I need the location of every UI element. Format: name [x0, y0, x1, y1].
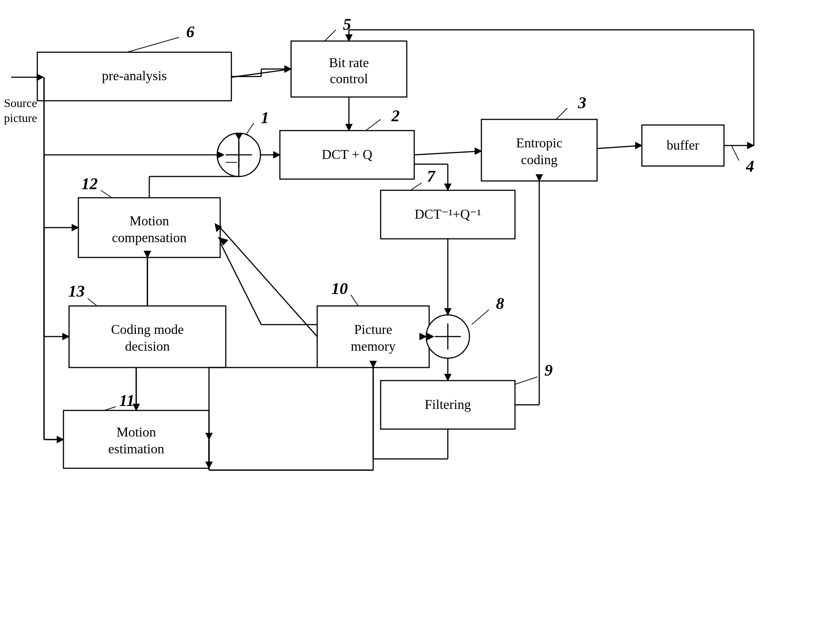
number-5: 5	[343, 15, 351, 34]
motion-est-label-2: estimation	[108, 442, 164, 456]
number-4: 4	[746, 157, 754, 175]
motion-comp-label-2: compensation	[112, 230, 187, 245]
source-picture-label-2: picture	[4, 111, 37, 125]
entropic-label-2: coding	[521, 152, 557, 167]
number-12: 12	[81, 175, 98, 193]
source-picture-label: Source	[4, 96, 37, 110]
entropic-label-1: Entropic	[516, 135, 562, 150]
number-10: 10	[331, 279, 348, 298]
diagram-container: pre-analysis Bit rate control DCT + Q En…	[0, 0, 818, 644]
motion-est-label-1: Motion	[117, 425, 156, 440]
number-9: 9	[545, 361, 552, 379]
coding-mode-label-1: Coding mode	[111, 322, 184, 337]
picture-memory-label-1: Picture	[354, 322, 392, 337]
buffer-label: buffer	[666, 138, 699, 153]
motion-comp-label-1: Motion	[129, 213, 169, 228]
bit-rate-label-2: control	[330, 71, 368, 86]
filtering-label: Filtering	[425, 397, 471, 412]
number-7: 7	[427, 167, 436, 186]
pre-analysis-label: pre-analysis	[102, 68, 167, 83]
number-8: 8	[496, 294, 504, 313]
picture-memory-label-2: memory	[351, 339, 396, 354]
number-11: 11	[119, 391, 135, 410]
number-2: 2	[391, 107, 400, 125]
number-13: 13	[68, 282, 85, 301]
coding-mode-label-2: decision	[125, 339, 170, 354]
dct-inv-label: DCT⁻¹+Q⁻¹	[414, 207, 481, 222]
number-3: 3	[578, 94, 586, 112]
number-1: 1	[261, 109, 269, 127]
dct-q-label: DCT + Q	[322, 147, 373, 162]
bit-rate-label-1: Bit rate	[329, 55, 369, 70]
block-diagram-svg: pre-analysis Bit rate control DCT + Q En…	[0, 0, 818, 644]
number-6: 6	[186, 23, 195, 41]
